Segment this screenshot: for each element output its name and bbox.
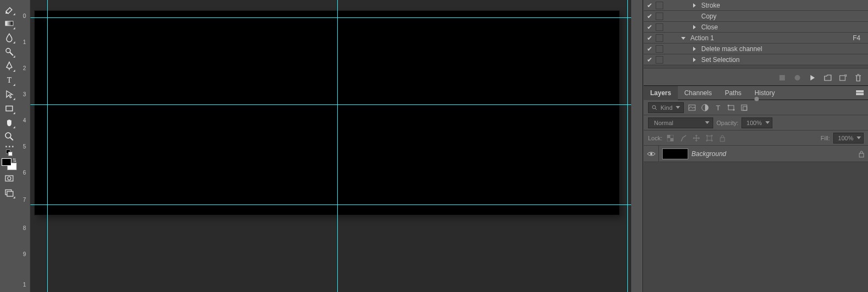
gradient-tool[interactable] bbox=[2, 16, 16, 30]
blur-tool[interactable] bbox=[2, 30, 16, 45]
check-icon[interactable]: ✔ bbox=[646, 56, 653, 64]
chevron-down-icon[interactable] bbox=[680, 36, 687, 40]
path-selection-tool[interactable] bbox=[2, 87, 16, 101]
layer-list[interactable]: Background bbox=[644, 146, 868, 292]
svg-rect-0 bbox=[5, 21, 13, 26]
edit-toolbar-icon[interactable] bbox=[5, 146, 14, 147]
action-row[interactable]: ✔ Stroke bbox=[644, 0, 868, 11]
canvas-area: 0 1 2 3 4 5 6 7 8 9 1 bbox=[18, 0, 631, 292]
opacity-label: Opacity: bbox=[716, 120, 738, 126]
actions-scrollbar[interactable] bbox=[644, 65, 868, 69]
record-icon[interactable] bbox=[793, 73, 802, 82]
chevron-right-icon[interactable] bbox=[690, 25, 698, 29]
zoom-tool[interactable] bbox=[2, 129, 16, 144]
toggle-box[interactable] bbox=[656, 56, 663, 64]
action-row[interactable]: ✔ Action 1 F4 bbox=[644, 33, 868, 44]
new-action-icon[interactable] bbox=[839, 73, 847, 82]
play-icon[interactable] bbox=[808, 73, 817, 82]
visibility-toggle[interactable] bbox=[644, 146, 659, 162]
tab-history[interactable]: History bbox=[748, 86, 781, 100]
panel-menu-icon[interactable] bbox=[852, 90, 868, 96]
pen-tool[interactable] bbox=[2, 59, 16, 73]
rectangle-tool[interactable] bbox=[2, 101, 16, 115]
eraser-tool[interactable] bbox=[2, 2, 16, 16]
panel-gutter bbox=[631, 0, 643, 292]
toggle-box[interactable] bbox=[656, 45, 663, 53]
layer-name-label[interactable]: Background bbox=[691, 150, 855, 158]
svg-rect-13 bbox=[840, 76, 845, 80]
filter-shape-icon[interactable] bbox=[726, 103, 736, 113]
chevron-right-icon[interactable] bbox=[690, 3, 698, 8]
ruler-mark: 0 bbox=[21, 13, 28, 19]
document-canvas[interactable] bbox=[35, 11, 619, 215]
check-icon[interactable]: ✔ bbox=[646, 34, 653, 42]
action-label: Set Selection bbox=[701, 56, 868, 64]
svg-line-6 bbox=[10, 138, 13, 140]
default-colors-icon[interactable] bbox=[6, 150, 12, 156]
filter-adjustment-icon[interactable] bbox=[700, 103, 710, 113]
vertical-ruler[interactable]: 0 1 2 3 4 5 6 7 8 9 1 bbox=[18, 0, 30, 292]
toggle-box[interactable] bbox=[656, 2, 663, 9]
tab-channels[interactable]: Channels bbox=[678, 86, 719, 100]
lock-position-icon[interactable] bbox=[691, 133, 701, 143]
fill-input[interactable]: 100% bbox=[833, 133, 864, 144]
layer-thumbnail[interactable] bbox=[662, 148, 688, 159]
toggle-box[interactable] bbox=[656, 23, 663, 31]
filter-pixel-icon[interactable] bbox=[687, 103, 697, 113]
new-set-icon[interactable] bbox=[823, 73, 832, 82]
opacity-input[interactable]: 100% bbox=[741, 117, 772, 128]
layer-item-background[interactable]: Background bbox=[644, 146, 868, 162]
filter-smart-icon[interactable] bbox=[739, 103, 749, 113]
guide-horizontal[interactable] bbox=[30, 17, 631, 18]
filter-toggle[interactable] bbox=[754, 97, 759, 101]
action-row[interactable]: ✔ Copy bbox=[644, 11, 868, 22]
chevron-right-icon[interactable] bbox=[690, 47, 698, 51]
lock-transparent-icon[interactable] bbox=[665, 133, 675, 143]
lock-row: Lock: Fill: 100% bbox=[644, 131, 868, 146]
check-icon[interactable]: ✔ bbox=[646, 13, 653, 20]
guide-horizontal[interactable] bbox=[30, 204, 631, 205]
action-row[interactable]: ✔ Set Selection bbox=[644, 54, 868, 65]
lock-all-icon[interactable] bbox=[718, 133, 727, 143]
lock-icon[interactable] bbox=[855, 150, 868, 158]
hand-tool[interactable] bbox=[2, 115, 16, 129]
svg-point-21 bbox=[733, 109, 735, 110]
quick-mask-tool[interactable] bbox=[2, 171, 16, 185]
layer-filter-row: Kind T bbox=[644, 100, 868, 115]
ruler-mark: 1 bbox=[21, 282, 28, 288]
screen-mode-tool[interactable] bbox=[2, 185, 16, 200]
blend-mode-select[interactable]: Normal bbox=[648, 117, 713, 128]
svg-point-20 bbox=[728, 104, 729, 106]
ruler-mark: 7 bbox=[21, 197, 28, 203]
guide-horizontal[interactable] bbox=[30, 104, 631, 105]
trash-icon[interactable] bbox=[854, 73, 863, 82]
check-icon[interactable]: ✔ bbox=[646, 2, 653, 9]
ruler-mark: 5 bbox=[21, 144, 28, 150]
stop-icon[interactable] bbox=[778, 73, 787, 82]
guide-vertical[interactable] bbox=[337, 0, 338, 292]
ruler-mark: 1 bbox=[21, 39, 28, 45]
blend-mode-label: Normal bbox=[654, 120, 673, 126]
toggle-box[interactable] bbox=[656, 34, 663, 42]
document-viewport[interactable] bbox=[30, 0, 631, 292]
check-icon[interactable]: ✔ bbox=[646, 45, 653, 53]
svg-point-12 bbox=[795, 75, 800, 80]
check-icon[interactable]: ✔ bbox=[646, 23, 653, 31]
toggle-box[interactable] bbox=[656, 13, 663, 20]
lock-pixels-icon[interactable] bbox=[678, 133, 688, 143]
color-swatch[interactable]: ⇅ bbox=[2, 158, 17, 170]
tab-layers[interactable]: Layers bbox=[644, 86, 678, 100]
lock-label: Lock: bbox=[648, 135, 662, 141]
type-tool[interactable]: T bbox=[2, 73, 16, 87]
guide-vertical[interactable] bbox=[47, 0, 48, 292]
swap-colors-icon[interactable]: ⇅ bbox=[12, 158, 17, 163]
chevron-right-icon[interactable] bbox=[690, 58, 698, 62]
action-row[interactable]: ✔ Close bbox=[644, 22, 868, 33]
lock-artboard-icon[interactable] bbox=[705, 133, 714, 143]
filter-kind-select[interactable]: Kind bbox=[648, 102, 684, 113]
dodge-tool[interactable] bbox=[2, 45, 16, 59]
tab-paths[interactable]: Paths bbox=[718, 86, 748, 100]
guide-vertical[interactable] bbox=[627, 0, 628, 292]
filter-type-icon[interactable]: T bbox=[713, 103, 723, 113]
action-row[interactable]: ✔ Delete mask channel bbox=[644, 44, 868, 54]
